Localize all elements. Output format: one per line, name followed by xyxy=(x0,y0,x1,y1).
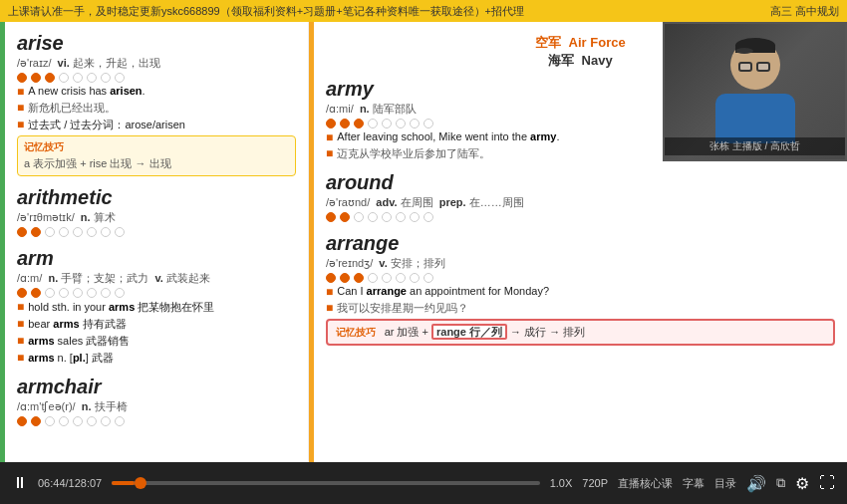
settings-button[interactable]: ⚙ xyxy=(795,474,809,493)
control-bar: ⏸ 06:44/128:07 1.0X 720P 直播核心课 字幕 目录 🔊 ⧉… xyxy=(0,462,847,504)
example-line: ■ hold sth. in your arms 把某物抱在怀里 xyxy=(17,300,296,315)
pip-button[interactable]: ⧉ xyxy=(776,475,785,491)
dots-arise xyxy=(17,73,296,83)
volume-icon: 🔊 xyxy=(746,474,766,493)
progress-bar[interactable] xyxy=(112,481,539,485)
dot xyxy=(73,416,83,426)
dots-armchair xyxy=(17,416,296,426)
example-line: ■ 过去式 / 过去分词：arose/arisen xyxy=(17,118,296,132)
dot xyxy=(354,212,364,222)
glass-left xyxy=(738,62,752,72)
phonetic-armchair: /ɑ:m'tʃeə(r)/ n. 扶手椅 xyxy=(17,399,296,414)
dot xyxy=(17,227,27,237)
person-head xyxy=(730,40,780,90)
dot xyxy=(73,227,83,237)
dot xyxy=(340,119,350,128)
dot xyxy=(45,73,55,83)
word-title-arm: arm xyxy=(17,247,296,270)
bullet-icon: ■ xyxy=(17,85,24,99)
dot xyxy=(396,119,406,128)
dot xyxy=(87,416,97,426)
dot xyxy=(17,288,27,298)
pause-icon: ⏸ xyxy=(12,474,28,492)
person-hair xyxy=(735,38,775,53)
dot xyxy=(115,227,125,237)
pos-arithmetic: n. xyxy=(81,211,91,223)
example-en: A new crisis has arisen. xyxy=(28,85,144,97)
dot xyxy=(115,288,125,298)
dot xyxy=(59,416,69,426)
dot xyxy=(382,273,392,283)
phonetic-around: /ə'raʊnd/ adv. 在周围 prep. 在……周围 xyxy=(326,195,835,210)
quality-button[interactable]: 720P xyxy=(582,477,608,489)
bullet-icon: ■ xyxy=(17,334,24,348)
bullet-icon: ■ xyxy=(17,118,24,131)
live-core-button[interactable]: 直播核心课 xyxy=(618,476,673,491)
dot xyxy=(115,73,125,83)
phonetic-arm: /ɑ:m/ n. 手臂；支架；武力 v. 武装起来 xyxy=(17,271,296,286)
bullet-icon: ■ xyxy=(17,101,24,115)
pos-arrange: v. xyxy=(379,257,387,269)
banner-text: 上课请认准一手，及时稳定更新yskc668899（领取福利资料+习题册+笔记各种… xyxy=(8,4,524,19)
dot xyxy=(31,227,41,237)
example-cn: 新危机已经出现。 xyxy=(28,101,116,116)
menu-button[interactable]: 目录 xyxy=(714,476,736,491)
dot xyxy=(17,416,27,426)
subtitle-button[interactable]: 字幕 xyxy=(683,476,705,491)
word-title-around: around xyxy=(326,171,835,194)
dots-arithmetic xyxy=(17,227,296,237)
glasses xyxy=(738,62,770,72)
dot xyxy=(326,273,336,283)
memory-title: 记忆技巧 xyxy=(24,140,289,154)
example-en: bear arms 持有武器 xyxy=(28,317,126,332)
word-arm: arm /ɑ:m/ n. 手臂；支架；武力 v. 武装起来 ■ hold sth… xyxy=(17,247,296,366)
example-line: ■ bear arms 持有武器 xyxy=(17,317,296,332)
glass-right xyxy=(756,62,770,72)
example-en: After leaving school, Mike went into the… xyxy=(337,130,559,142)
fullscreen-button[interactable]: ⛶ xyxy=(819,474,835,492)
presenter-visual xyxy=(715,40,795,143)
dot xyxy=(410,273,420,283)
dot xyxy=(396,273,406,283)
dot xyxy=(368,119,378,128)
pos-army: n. xyxy=(360,103,370,115)
dot xyxy=(340,212,350,222)
progress-indicator xyxy=(135,477,146,489)
pos-around-prep: prep. xyxy=(439,196,466,208)
pause-button[interactable]: ⏸ xyxy=(12,474,28,492)
speed-button[interactable]: 1.0X xyxy=(550,477,573,489)
fullscreen-icon: ⛶ xyxy=(819,474,835,492)
dot xyxy=(115,416,125,426)
video-label: 张栋 主播版 / 高欣哲 xyxy=(665,137,845,155)
bullet-icon: ■ xyxy=(326,146,333,160)
banner-right-text: 高三 高中规划 xyxy=(770,4,839,19)
navy-en: Navy xyxy=(582,53,613,68)
word-title-arise: arise xyxy=(17,32,296,55)
word-arise: arise /ə'raɪz/ vi. 起来，升起，出现 ■ A new cris… xyxy=(17,32,296,176)
dot xyxy=(424,273,433,283)
example-line: ■ arms sales 武器销售 xyxy=(17,334,296,349)
pip-icon: ⧉ xyxy=(776,475,785,491)
dot xyxy=(326,119,336,128)
dot xyxy=(31,73,41,83)
example-en: Can I arrange an appointment for Monday? xyxy=(337,285,549,297)
word-armchair: armchair /ɑ:m'tʃeə(r)/ n. 扶手椅 xyxy=(17,376,296,426)
dot xyxy=(382,212,392,222)
bullet-icon: ■ xyxy=(326,285,333,299)
dot xyxy=(101,73,111,83)
dot xyxy=(410,119,420,128)
dot xyxy=(326,212,336,222)
progress-fill xyxy=(112,481,135,485)
example-line: ■ 新危机已经出现。 xyxy=(17,101,296,116)
example-cn: 迈克从学校毕业后参加了陆军。 xyxy=(337,146,490,161)
bullet-icon: ■ xyxy=(326,130,333,144)
dot xyxy=(31,416,41,426)
dots-arm xyxy=(17,288,296,298)
dot xyxy=(354,119,364,128)
arrange-memory-box: 记忆技巧 ar 加强 + range 行／列 → 成行 → 排列 xyxy=(326,319,835,346)
volume-button[interactable]: 🔊 xyxy=(746,474,766,493)
left-panel: arise /ə'raɪz/ vi. 起来，升起，出现 ■ A new cris… xyxy=(0,22,309,462)
word-title-arithmetic: arithmetic xyxy=(17,186,296,209)
phonetic-arithmetic: /ə'rɪθmətɪk/ n. 算术 xyxy=(17,210,296,225)
pos-arise: vi. xyxy=(58,57,70,69)
